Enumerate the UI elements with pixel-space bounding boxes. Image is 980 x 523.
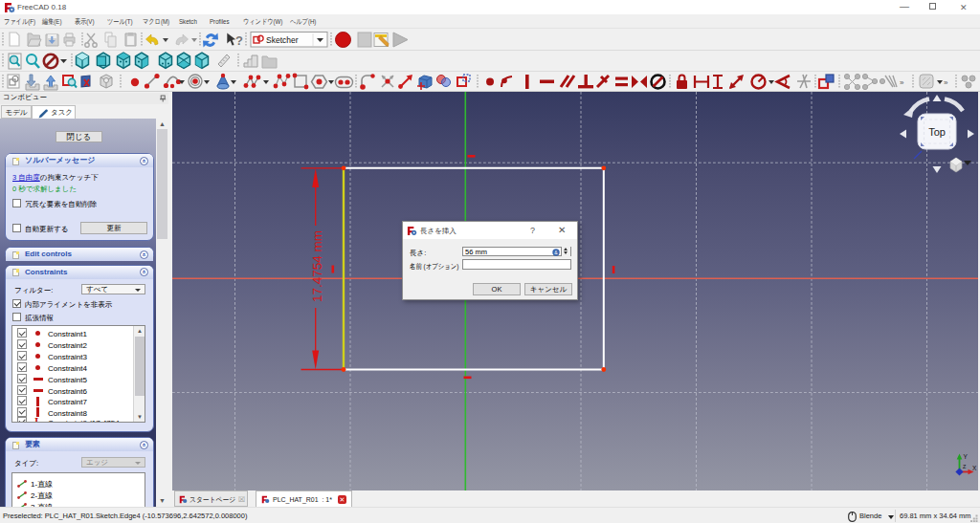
svg-text:Y: Y — [964, 453, 969, 460]
svg-text:X: X — [972, 465, 977, 471]
svg-text:?: ? — [235, 33, 243, 48]
svg-text:Sketcher: Sketcher — [266, 35, 299, 45]
svg-text:Z: Z — [963, 464, 967, 469]
svg-text:»: » — [944, 78, 948, 87]
svg-text:»: » — [900, 78, 904, 87]
svg-text:17.4754 mm: 17.4754 mm — [310, 230, 324, 302]
svg-text:Top: Top — [928, 126, 946, 138]
